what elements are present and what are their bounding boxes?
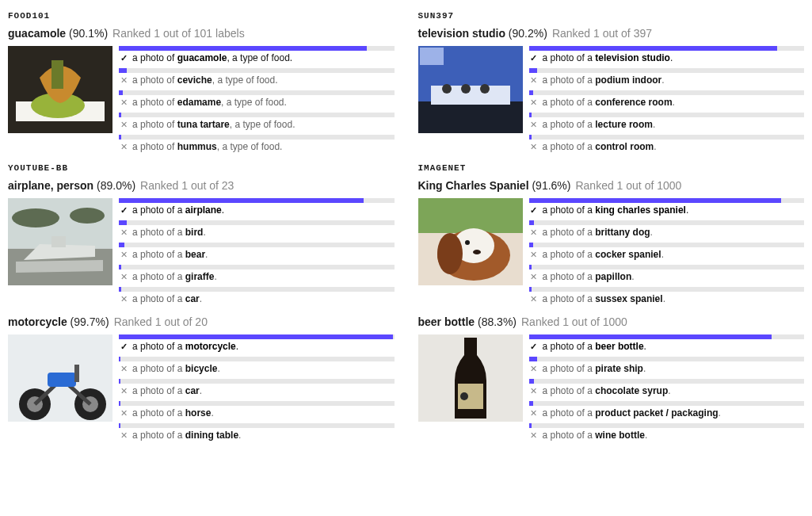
- example-body: ✓a photo of a king charles spaniel.✕a ph…: [418, 198, 805, 309]
- prediction-row: ✓a photo of a airplane.: [119, 198, 395, 216]
- check-icon: ✓: [119, 342, 128, 352]
- prediction-text: a photo of a control room.: [543, 141, 657, 152]
- prediction-bar-fill: [529, 90, 533, 95]
- prediction-bar-track: [529, 423, 805, 428]
- pred-prefix: a photo of: [132, 52, 177, 63]
- prediction-bar-fill: [529, 379, 535, 384]
- prediction-row: ✕a photo of hummus, a type of food.: [119, 135, 395, 152]
- pred-suffix: .: [644, 341, 646, 352]
- prediction-text: a photo of a chocolate syrup.: [543, 385, 671, 396]
- pred-prefix: a photo of a: [543, 249, 596, 260]
- prediction-bar-track: [119, 198, 395, 203]
- pred-bold: horse: [185, 407, 212, 419]
- pred-bold: guacamole: [177, 52, 227, 63]
- prediction-text: a photo of edamame, a type of food.: [132, 97, 287, 108]
- prediction-label: ✕a photo of a conference room.: [529, 95, 805, 108]
- example-thumbnail: [8, 198, 112, 285]
- prediction-row: ✕a photo of a bear.: [119, 243, 395, 260]
- pred-suffix: .: [631, 271, 634, 282]
- pred-prefix: a photo of a: [543, 293, 596, 304]
- example-rank: Ranked 1 out of 23: [140, 179, 234, 192]
- example-label: beer bottle: [418, 315, 475, 328]
- prediction-bar-track: [529, 90, 805, 95]
- example-body: ✓a photo of a motorcycle.✕a photo of a b…: [8, 334, 395, 445]
- prediction-label: ✓a photo of a airplane.: [119, 203, 395, 216]
- prediction-label: ✕a photo of a papillon.: [529, 269, 805, 282]
- pred-suffix: .: [645, 430, 647, 441]
- prediction-bar-fill: [119, 243, 124, 247]
- pred-prefix: a photo of a: [543, 363, 596, 374]
- svg-point-25: [437, 233, 463, 274]
- prediction-bar-track: [529, 46, 805, 51]
- prediction-row: ✕a photo of a lecture room.: [529, 113, 805, 130]
- prediction-bar-fill: [119, 68, 127, 73]
- prediction-row: ✕a photo of tuna tartare, a type of food…: [119, 113, 395, 130]
- prediction-text: a photo of a television studio.: [543, 52, 673, 63]
- pred-prefix: a photo of a: [132, 227, 185, 238]
- prediction-text: a photo of a papillon.: [543, 271, 635, 282]
- prediction-label: ✕a photo of a dining table.: [119, 428, 395, 441]
- prediction-label: ✕a photo of a chocolate syrup.: [529, 384, 805, 396]
- example-header: beer bottle (88.3%)Ranked 1 out of 1000: [418, 315, 805, 328]
- prediction-row: ✕a photo of ceviche, a type of food.: [119, 68, 395, 86]
- example-header: airplane, person (89.0%)Ranked 1 out of …: [8, 179, 395, 192]
- svg-rect-13: [74, 365, 79, 382]
- pred-bold: wine bottle: [595, 430, 645, 441]
- prediction-bar-track: [119, 113, 395, 117]
- pred-suffix: .: [643, 363, 646, 374]
- prediction-text: a photo of a podium indoor.: [543, 75, 665, 86]
- prediction-label: ✓a photo of a motorcycle.: [119, 339, 395, 352]
- pred-bold: bicycle: [185, 363, 218, 374]
- prediction-text: a photo of a dining table.: [132, 430, 241, 441]
- pred-suffix: .: [668, 385, 670, 396]
- prediction-label: ✕a photo of tuna tartare, a type of food…: [119, 117, 395, 130]
- cross-icon: ✕: [529, 97, 539, 108]
- prediction-bar-track: [529, 220, 805, 225]
- pred-suffix: , a type of food.: [227, 52, 292, 63]
- prediction-label: ✕a photo of a bird.: [119, 225, 395, 238]
- prediction-row: ✕a photo of a giraffe.: [119, 265, 395, 282]
- prediction-row: ✕a photo of a bicycle.: [119, 357, 395, 374]
- prediction-bar-fill: [529, 113, 532, 117]
- cross-icon: ✕: [119, 430, 128, 441]
- prediction-label: ✓a photo of guacamole, a type of food.: [119, 51, 395, 63]
- example-thumbnail: [418, 334, 523, 422]
- pred-suffix: .: [719, 407, 721, 419]
- pred-bold: dining table: [185, 430, 238, 441]
- example-label: airplane, person: [8, 179, 93, 192]
- pred-prefix: a photo of a: [132, 249, 185, 260]
- cross-icon: ✕: [529, 364, 539, 374]
- prediction-bar-fill: [119, 401, 120, 406]
- prediction-label: ✓a photo of a television studio.: [529, 51, 805, 63]
- pred-suffix: .: [686, 204, 688, 216]
- prediction-row: ✕a photo of a pirate ship.: [529, 357, 805, 374]
- pred-prefix: a photo of a: [132, 430, 185, 441]
- cross-icon: ✕: [529, 272, 539, 282]
- example: motorcycle (99.7%)Ranked 1 out of 20 ✓a …: [8, 315, 395, 445]
- prediction-row: ✓a photo of a beer bottle.: [529, 334, 805, 352]
- cross-icon: ✕: [529, 294, 539, 304]
- prediction-label: ✕a photo of edamame, a type of food.: [119, 95, 395, 108]
- example-thumbnail: [418, 198, 523, 285]
- prediction-label: ✕a photo of a giraffe.: [119, 269, 395, 282]
- example-label: motorcycle: [8, 315, 67, 328]
- pred-suffix: .: [200, 293, 202, 304]
- svg-rect-12: [48, 373, 76, 387]
- prediction-bar-fill: [529, 135, 532, 140]
- pred-bold: car: [185, 385, 200, 396]
- predictions-list: ✓a photo of a king charles spaniel.✕a ph…: [529, 198, 805, 309]
- prediction-bar-track: [529, 135, 805, 140]
- pred-suffix: .: [670, 52, 673, 63]
- prediction-bar-fill: [529, 287, 532, 292]
- prediction-bar-fill: [529, 401, 533, 406]
- prediction-text: a photo of a king charles spaniel.: [543, 204, 689, 216]
- prediction-bar-track: [529, 68, 805, 73]
- cross-icon: ✕: [119, 250, 128, 260]
- prediction-bar-fill: [119, 379, 120, 384]
- prediction-row: ✕a photo of a chocolate syrup.: [529, 379, 805, 396]
- predictions-list: ✓a photo of a television studio.✕a photo…: [529, 46, 805, 157]
- prediction-row: ✕a photo of a dining table.: [119, 423, 395, 441]
- prediction-text: a photo of a lecture room.: [543, 119, 656, 130]
- cross-icon: ✕: [119, 294, 128, 304]
- svg-rect-6: [51, 236, 66, 247]
